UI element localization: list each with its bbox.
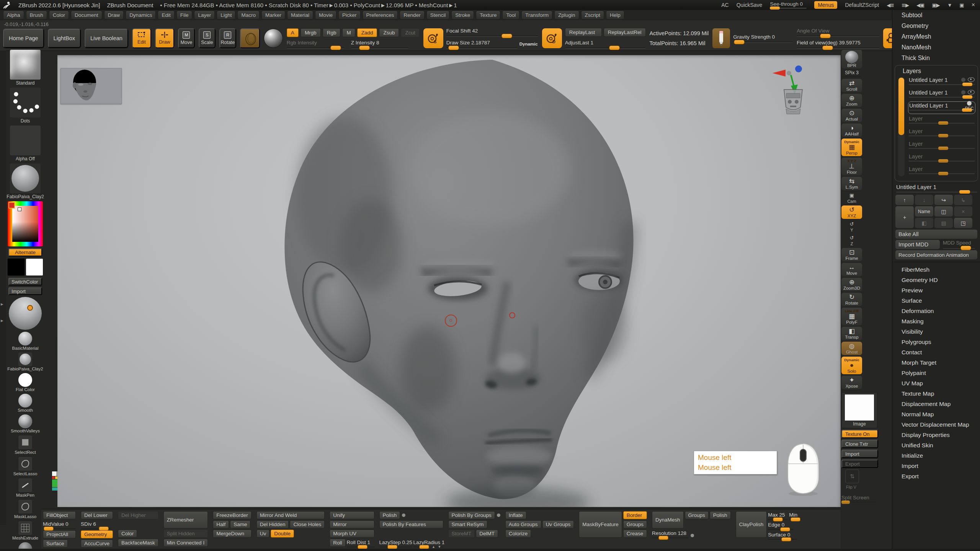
strip-tool-button[interactable]: ↺ Z — [841, 234, 862, 246]
tool-subpalette-item[interactable]: Preview — [892, 285, 980, 295]
scale-button[interactable]: S Scale — [199, 28, 216, 48]
edge-slider[interactable]: Edge 0 — [768, 521, 793, 530]
tool-subpalette-item[interactable]: Export — [892, 471, 980, 481]
tool-subpalette-item[interactable]: Polygroups — [892, 337, 980, 347]
new-layer-button[interactable]: + — [895, 206, 914, 228]
accu-curve-button[interactable]: AccuCurve — [81, 540, 113, 548]
polish-radio-icon[interactable] — [402, 514, 405, 517]
window-cycle-left-icon[interactable]: ◀▣ — [916, 2, 924, 8]
tray-right-icon[interactable]: ≣▶ — [902, 2, 909, 8]
surface-button[interactable]: Surface — [43, 540, 68, 548]
tool-subpalette-item[interactable]: Displacement Map — [892, 399, 980, 409]
bottom-pager[interactable]: ▲ ▼ — [432, 545, 442, 549]
tool-subpalette-item[interactable]: Geometry — [892, 21, 980, 31]
strip-tool-button[interactable]: ⇆ L.Sym — [841, 177, 862, 190]
menu-item[interactable]: Brush — [26, 11, 47, 20]
polish-by-groups-button[interactable]: Polish By Groups — [448, 511, 495, 519]
menu-item[interactable]: Tool — [502, 11, 519, 20]
layer-intensity-slider[interactable] — [909, 97, 975, 98]
unify-button[interactable]: Unify — [330, 511, 374, 519]
tool-subpalette-item[interactable]: Masking — [892, 316, 980, 326]
mirror-button[interactable]: Mirror — [330, 520, 374, 528]
rgb-intensity-slider[interactable]: Rgb Intensity — [287, 40, 344, 48]
color-button[interactable]: Color — [118, 530, 137, 538]
tool-subpalette-item[interactable]: Texture Map — [892, 388, 980, 399]
texture-export-button[interactable]: Export — [841, 460, 878, 468]
polish-by-groups-radio-icon[interactable] — [497, 514, 500, 517]
material-thumbnail[interactable] — [18, 394, 32, 408]
del-hidden-button[interactable]: Del Hidden — [256, 520, 289, 528]
tool-subpalette-item[interactable]: Visibility — [892, 326, 980, 337]
tool-subpalette-item[interactable]: FiberMesh — [892, 264, 980, 275]
strip-tool-button[interactable]: SPix 3 — [841, 70, 862, 77]
live-boolean-button[interactable]: Live Boolean — [85, 29, 128, 48]
merge-down-button[interactable]: MergeDown — [213, 530, 252, 538]
layer-visibility-eye-icon[interactable] — [968, 90, 975, 95]
material-thumbnail[interactable] — [18, 414, 32, 428]
tool-subpalette-item[interactable]: Morph Target — [892, 357, 980, 368]
resolution-radio-icon[interactable] — [691, 534, 694, 537]
ac-button[interactable]: AC — [721, 2, 728, 8]
mask-by-feature-button[interactable]: MaskByFeature — [579, 511, 622, 538]
draw-button[interactable]: Draw — [155, 28, 174, 48]
store-mt-button[interactable]: StoreMT — [448, 530, 475, 538]
menu-item[interactable]: Material — [287, 11, 313, 20]
material-thumbnail[interactable] — [18, 456, 33, 471]
layer-intensity-slider[interactable] — [909, 84, 975, 85]
strip-tool-button[interactable]: ✦ Xpose — [841, 376, 862, 389]
default-zscript-button[interactable]: DefaultZScript — [845, 2, 879, 8]
close-icon[interactable]: × — [972, 2, 975, 8]
flip-v-icon[interactable]: ⇅ — [845, 469, 859, 483]
split-hidden-button[interactable]: Split Hidden — [163, 530, 208, 538]
brush-thumbnail[interactable] — [10, 163, 41, 193]
edit-button[interactable]: Edit — [132, 28, 151, 48]
lightbox-button[interactable]: LightBox — [48, 29, 81, 48]
strip-tool-button[interactable]: BPR — [841, 50, 862, 68]
strip-tool-button[interactable]: Dynamic ● Solo — [841, 357, 862, 374]
strip-tool-button[interactable]: ▣ Cam — [841, 192, 862, 204]
nav-preview-thumbnail[interactable] — [60, 68, 122, 104]
palette-material-item[interactable]: MaskPen — [16, 478, 34, 497]
menu-item[interactable]: Stroke — [451, 11, 474, 20]
zremesher-button[interactable]: ZRemesher — [163, 511, 208, 528]
split-screen-slider[interactable]: Split Screen — [841, 495, 878, 503]
clone-txtr-button[interactable]: Clone Txtr — [841, 440, 878, 448]
tool-subpalette-item[interactable]: Vector Displacement Map — [892, 419, 980, 430]
menu-item[interactable]: Dynamics — [126, 11, 156, 20]
max-slider[interactable]: Max 25 — [768, 511, 788, 520]
tool-subpalette-item[interactable]: Contact — [892, 347, 980, 357]
rotate-button[interactable]: R Rotate — [219, 28, 236, 48]
lazy-step-slider[interactable]: LazyStep 0.25 — [379, 539, 412, 548]
layer-intensity-slider[interactable] — [909, 110, 974, 111]
strip-tool-button[interactable]: ↺ Y — [841, 220, 862, 233]
menu-item[interactable]: Light — [217, 11, 235, 20]
quicksave-button[interactable]: QuickSave — [737, 2, 763, 8]
mrgb-button[interactable]: Mrgb — [301, 28, 321, 37]
zadd-button[interactable]: Zadd — [357, 28, 377, 37]
split-layer-button[interactable]: ▤ — [934, 218, 953, 228]
dynamic-label[interactable]: Dynamic — [519, 42, 538, 46]
palette-material-item[interactable]: SelectLasso — [13, 456, 38, 476]
layer-move-down-button[interactable]: ↓ — [915, 195, 933, 205]
tool-subpalette-item[interactable]: Import — [892, 461, 980, 471]
freeze-border-button[interactable]: FreezeBorder — [213, 511, 252, 519]
palette-material-item[interactable]: MeshExtrude — [12, 521, 38, 540]
palette-material-item[interactable]: MaskLasso — [14, 499, 36, 519]
auto-button[interactable]: A — [287, 28, 299, 37]
tool-subpalette-item[interactable]: Unified Skin — [892, 440, 980, 450]
replay-last-button[interactable]: ReplayLast — [565, 28, 602, 37]
material-thumbnail[interactable] — [18, 373, 32, 387]
duplicate-layer-button[interactable]: ◫ — [934, 206, 953, 217]
secondary-color-swatch[interactable] — [26, 258, 43, 276]
crease-button[interactable]: Crease — [623, 530, 647, 538]
uv-button[interactable]: Uv — [256, 530, 270, 538]
strip-tool-button[interactable]: ⊕ Zoom — [841, 94, 862, 107]
field-of-view-slider[interactable]: Field of view(deg) 39.59775 — [797, 40, 879, 48]
menu-item[interactable]: Document — [71, 11, 102, 20]
del-lower-button[interactable]: Del Lower — [81, 511, 113, 519]
menu-item[interactable]: Stencil — [426, 11, 450, 20]
sdiv-slider[interactable]: SDiv 6 — [81, 520, 111, 529]
material-thumbnail[interactable] — [18, 499, 33, 514]
min-connected-button[interactable]: Min Connected I — [163, 539, 208, 547]
menu-item[interactable]: Macro — [237, 11, 260, 20]
